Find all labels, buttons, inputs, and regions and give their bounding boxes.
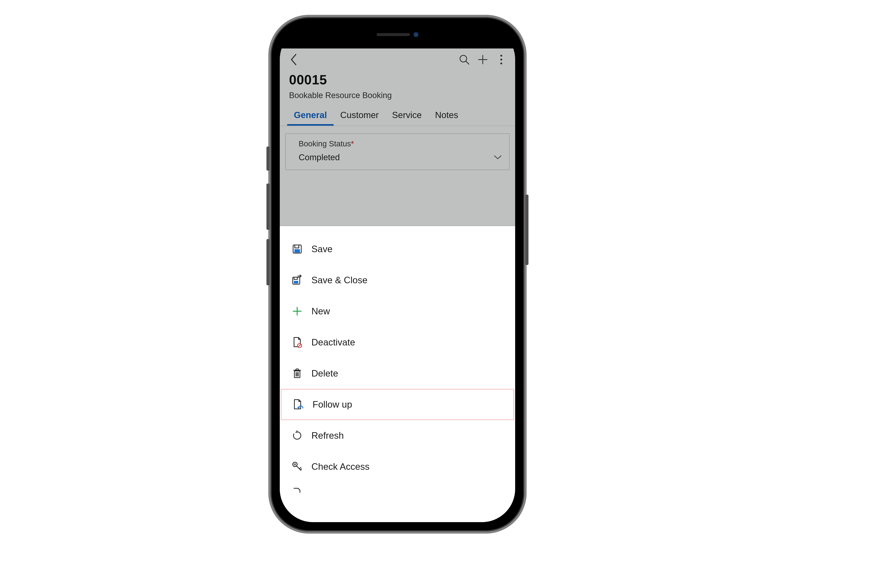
phone-device-frame: 00015 Bookable Resource Booking General … [268, 15, 527, 534]
svg-point-0 [460, 56, 467, 62]
save-icon [291, 243, 303, 255]
refresh-icon [291, 430, 303, 441]
booking-status-label-text: Booking Status [299, 140, 351, 148]
cutoff-item-icon [291, 484, 303, 493]
app-screen: 00015 Bookable Resource Booking General … [280, 48, 515, 522]
svg-line-1 [466, 61, 469, 64]
phone-volume-down [267, 239, 270, 285]
tab-customer[interactable]: Customer [334, 105, 385, 126]
phone-screen-bezel: 00015 Bookable Resource Booking General … [280, 26, 515, 522]
action-delete[interactable]: Delete [280, 358, 515, 389]
form-area: Booking Status* Completed [280, 126, 515, 170]
action-sheet: Save Save & Close [280, 226, 515, 522]
save-close-icon [291, 274, 303, 286]
tab-service[interactable]: Service [385, 105, 428, 126]
svg-rect-9 [294, 249, 300, 252]
action-new[interactable]: New [280, 296, 515, 327]
phone-power-button [525, 195, 528, 265]
required-marker: * [351, 140, 354, 148]
action-check-access-label: Check Access [312, 461, 504, 472]
svg-rect-11 [294, 277, 297, 279]
trash-icon [291, 368, 303, 379]
deactivate-icon [291, 336, 303, 348]
phone-volume-up [267, 183, 270, 230]
svg-rect-12 [294, 281, 298, 284]
action-refresh[interactable]: Refresh [280, 420, 515, 451]
add-icon [477, 54, 488, 65]
phone-mute-switch [267, 147, 270, 171]
plus-icon [291, 306, 303, 317]
action-deactivate-label: Deactivate [312, 337, 504, 348]
svg-point-4 [500, 55, 502, 57]
record-header: 00015 Bookable Resource Booking [280, 70, 515, 105]
booking-status-value: Completed [299, 152, 340, 162]
followup-icon [292, 399, 304, 410]
more-icon [500, 54, 503, 65]
action-save-close-label: Save & Close [312, 275, 504, 285]
record-entity-type: Bookable Resource Booking [289, 91, 506, 100]
key-icon [291, 461, 303, 472]
action-delete-label: Delete [312, 368, 504, 379]
action-cutoff-item[interactable] [280, 482, 515, 493]
phone-front-camera [414, 32, 418, 37]
tab-notes[interactable]: Notes [428, 105, 465, 126]
record-title: 00015 [289, 72, 506, 87]
action-follow-up[interactable]: Follow up [281, 389, 514, 420]
search-icon [459, 54, 470, 65]
action-refresh-label: Refresh [312, 430, 504, 441]
add-button[interactable] [476, 53, 489, 66]
action-check-access[interactable]: Check Access [280, 451, 515, 482]
action-save-close[interactable]: Save & Close [280, 265, 515, 296]
search-button[interactable] [458, 53, 471, 66]
record-tabs: General Customer Service Notes [280, 105, 515, 126]
phone-speaker [376, 33, 410, 36]
phone-notch [348, 26, 447, 43]
svg-rect-8 [295, 245, 299, 248]
chevron-down-icon [494, 154, 502, 160]
booking-status-field[interactable]: Completed [299, 152, 502, 162]
action-deactivate[interactable]: Deactivate [280, 327, 515, 358]
svg-point-5 [500, 58, 502, 60]
action-new-label: New [312, 306, 504, 316]
action-follow-up-label: Follow up [313, 399, 502, 410]
booking-status-label: Booking Status* [299, 140, 502, 148]
action-save[interactable]: Save [280, 234, 515, 265]
back-button[interactable] [287, 53, 300, 66]
svg-point-23 [294, 464, 296, 465]
svg-point-6 [500, 63, 502, 64]
app-top-bar [280, 48, 515, 70]
action-save-label: Save [312, 244, 504, 254]
more-button[interactable] [495, 53, 508, 66]
back-icon [289, 54, 298, 66]
booking-status-card: Booking Status* Completed [285, 134, 510, 170]
tab-general[interactable]: General [287, 105, 334, 126]
